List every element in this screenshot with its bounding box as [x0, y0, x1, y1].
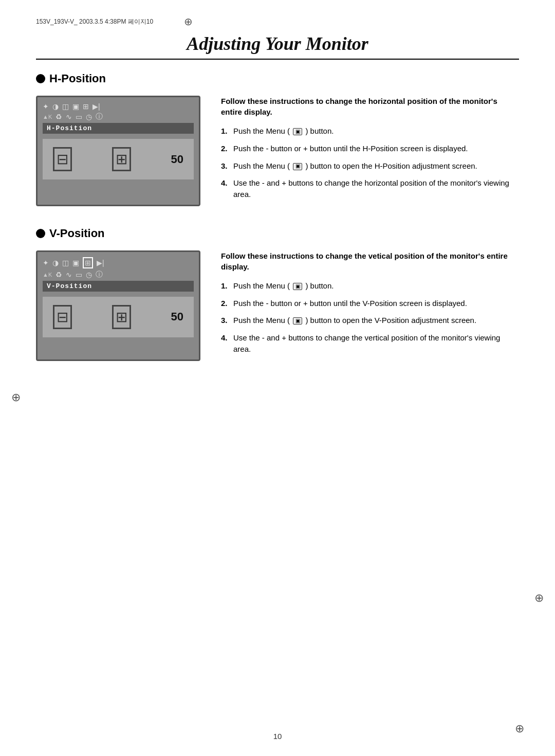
v-monitor-display: ⊟ ⊞ 50: [43, 297, 194, 337]
wave-icon: ∿: [66, 113, 72, 121]
v-position-heading: V-Position: [36, 227, 519, 240]
header-text: 153V_193V-V_ 2003.3.5 4:38PM 페이지10: [36, 17, 153, 26]
v-clock-icon: ◷: [86, 271, 92, 279]
h-step-4-text: Use the - and + buttons to change the ho…: [233, 177, 519, 200]
title-divider: [36, 59, 519, 60]
h-step-2-text: Push the - button or + button until the …: [233, 143, 468, 154]
h-step-4-num: 4.: [221, 177, 229, 189]
toolbar-row-1: ✦ ◑ ◫ ▣ ⊞ ▶|: [43, 102, 194, 111]
h-steps-list: 1. Push the Menu ( ▣ ) button. 2. Push t…: [221, 125, 519, 200]
page-container: 153V_193V-V_ 2003.3.5 4:38PM 페이지10 ⊕ Adj…: [0, 0, 555, 756]
v-k-icon: ▲K: [43, 272, 52, 278]
v-step-4-num: 4.: [221, 332, 229, 344]
v-position-monitor: ✦ ◑ ◫ ▣ ⊞ ▶| ▲K ♻ ∿ ▭ ◷ ⓘ V-Position: [36, 250, 200, 361]
h-step-1-text: Push the Menu ( ▣ ) button.: [233, 125, 334, 137]
v-contrast-icon: ◑: [52, 259, 59, 267]
h-monitor-display: ⊟ ⊞ 50: [43, 139, 194, 179]
h-icon-right: ⊞: [112, 147, 131, 171]
header-meta: 153V_193V-V_ 2003.3.5 4:38PM 페이지10 ⊕: [36, 15, 519, 28]
v-position-title: V-Position: [49, 227, 105, 240]
contrast-icon: ◑: [52, 102, 59, 111]
menu-btn-icon-1: ▣: [293, 128, 302, 135]
v-step-1: 1. Push the Menu ( ▣ ) button.: [221, 280, 519, 292]
crosshair-right: ⊕: [534, 591, 544, 605]
h-monitor-value: 50: [171, 153, 183, 166]
v-step-3-text: Push the Menu ( ▣ ) button to open the V…: [233, 315, 476, 326]
v-step-2-num: 2.: [221, 298, 229, 309]
v-menu-btn-icon-1: ▣: [293, 283, 302, 290]
h-step-4: 4. Use the - and + buttons to change the…: [221, 177, 519, 200]
menu-btn-icon-2: ▣: [293, 163, 302, 170]
crosshair-bottom-right: ⊕: [515, 722, 524, 735]
v-instructions: Follow these instructions to change the …: [221, 250, 519, 361]
v-pin-icon: ▭: [76, 271, 82, 279]
h-monitor-label: H-Position: [43, 123, 194, 134]
h-step-1: 1. Push the Menu ( ▣ ) button.: [221, 125, 519, 137]
v-convergence-icon: ▣: [72, 259, 79, 267]
v-position-bullet: [36, 229, 45, 238]
crosshair-left: ⊕: [11, 391, 21, 404]
v-rotate-icon: ♻: [55, 271, 62, 279]
v-step-4-text: Use the - and + buttons to change the ve…: [233, 332, 519, 355]
v-icon-left: ⊟: [53, 305, 72, 329]
v-geometry-icon: ◫: [62, 259, 69, 267]
v-wave-icon: ∿: [66, 271, 72, 279]
h-icon-left: ⊟: [53, 147, 72, 171]
v-brightness-icon: ✦: [43, 259, 49, 267]
v-step-4: 4. Use the - and + buttons to change the…: [221, 332, 519, 355]
v-selected-icon: ⊞: [83, 257, 93, 268]
v-menu-btn-icon-2: ▣: [293, 317, 302, 325]
color-icon: ⊞: [83, 102, 89, 111]
geometry-icon: ◫: [62, 102, 69, 111]
v-monitor-value: 50: [171, 310, 183, 323]
h-step-3-num: 3.: [221, 160, 229, 172]
h-position-monitor: ✦ ◑ ◫ ▣ ⊞ ▶| ▲K ♻ ∿ ▭ ◷ ⓘ H-Position ⊟ ⊞: [36, 96, 200, 206]
h-step-2: 2. Push the - button or + button until t…: [221, 143, 519, 154]
page-number: 10: [273, 732, 282, 741]
v-monitor-label: V-Position: [43, 281, 194, 292]
v-power-icon: ⓘ: [96, 270, 103, 279]
v-icon-right: ⊞: [112, 305, 131, 329]
v-step-1-text: Push the Menu ( ▣ ) button.: [233, 280, 334, 292]
v-step-3: 3. Push the Menu ( ▣ ) button to open th…: [221, 315, 519, 326]
h-position-heading: H-Position: [36, 72, 519, 85]
h-position-body: ✦ ◑ ◫ ▣ ⊞ ▶| ▲K ♻ ∿ ▭ ◷ ⓘ H-Position ⊟ ⊞: [36, 96, 519, 206]
h-step-3-text: Push the Menu ( ▣ ) button to open the H…: [233, 160, 477, 172]
v-position-body: ✦ ◑ ◫ ▣ ⊞ ▶| ▲K ♻ ∿ ▭ ◷ ⓘ V-Position: [36, 250, 519, 361]
h-instructions: Follow these instructions to change the …: [221, 96, 519, 206]
h-position-bullet: [36, 74, 45, 83]
h-position-title: H-Position: [49, 72, 106, 85]
brightness-icon: ✦: [43, 102, 49, 111]
toolbar-row-2: ▲K ♻ ∿ ▭ ◷ ⓘ: [43, 112, 194, 121]
h-step-3: 3. Push the Menu ( ▣ ) button to open th…: [221, 160, 519, 172]
v-toolbar-row-1: ✦ ◑ ◫ ▣ ⊞ ▶|: [43, 257, 194, 268]
header-crosshair: ⊕: [184, 15, 193, 28]
v-step-2-text: Push the - button or + button until the …: [233, 298, 467, 309]
v-intro: Follow these instructions to change the …: [221, 250, 519, 272]
v-toolbar-row-2: ▲K ♻ ∿ ▭ ◷ ⓘ: [43, 270, 194, 279]
v-step-2: 2. Push the - button or + button until t…: [221, 298, 519, 309]
h-step-2-num: 2.: [221, 143, 229, 154]
rotate-icon: ♻: [55, 113, 62, 121]
clock-icon: ◷: [86, 113, 92, 121]
pin-icon: ▭: [76, 113, 82, 121]
v-step-3-num: 3.: [221, 315, 229, 326]
h-step-1-num: 1.: [221, 125, 229, 137]
power-icon: ⓘ: [96, 112, 103, 121]
page-title: Adjusting Your Monitor: [36, 33, 519, 55]
k-icon: ▲K: [43, 114, 52, 120]
video-icon: ▶|: [92, 102, 100, 111]
h-intro: Follow these instructions to change the …: [221, 96, 519, 117]
v-position-section: V-Position ✦ ◑ ◫ ▣ ⊞ ▶| ▲K ♻ ∿: [36, 227, 519, 361]
v-step-1-num: 1.: [221, 280, 229, 292]
v-video-icon: ▶|: [97, 259, 104, 267]
convergence-icon: ▣: [72, 102, 79, 111]
v-steps-list: 1. Push the Menu ( ▣ ) button. 2. Push t…: [221, 280, 519, 355]
